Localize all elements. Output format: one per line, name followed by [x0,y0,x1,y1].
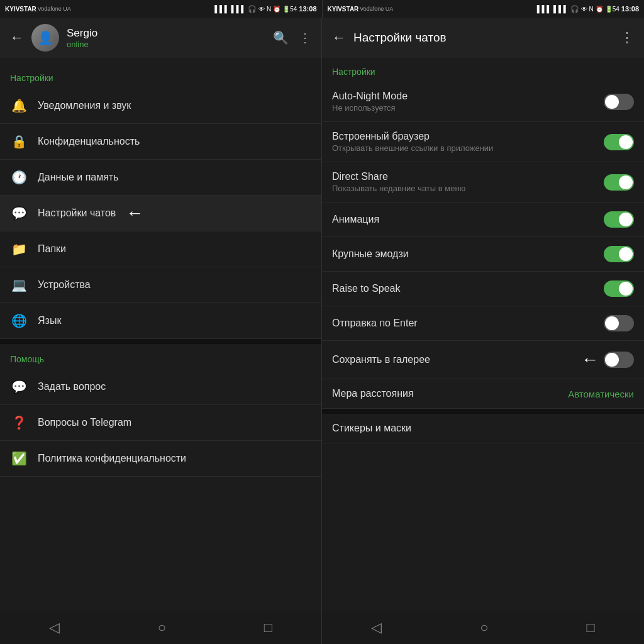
setting-distance: Мера расстояния Автоматически [322,379,644,409]
nav-back-right[interactable]: ◁ [371,619,382,636]
toggle-direct-share[interactable] [604,174,634,191]
back-button-right[interactable]: ← [332,30,346,46]
time-right: 13:08 [621,5,639,13]
toggle-knob-raise-to-speak [619,282,633,296]
nav-home-left[interactable]: ○ [158,619,166,636]
setting-save-gallery: Сохранять в галерее ← [322,341,644,379]
setting-text-send-enter: Отправка по Enter [332,318,599,329]
avatar-image: 👤 [31,24,59,52]
setting-text-large-emoji: Крупные эмодзи [332,248,599,260]
main-content: ← 👤 Sergio online 🔍 ⋮ Настройки 🔔 Уведом… [0,18,644,644]
menu-item-ask[interactable]: 💬 Задать вопрос [0,369,321,405]
back-button-left[interactable]: ← [10,30,24,46]
carrier-name-right: KYIVSTAR [328,6,359,13]
menu-item-language[interactable]: 🌐 Язык [0,303,321,339]
setting-value-distance[interactable]: Автоматически [568,389,634,399]
setting-stickers[interactable]: Стикеры и маски [322,414,644,443]
more-icon-left[interactable]: ⋮ [299,30,311,45]
headphone-icon: 🎧 [248,5,257,13]
nav-recent-left[interactable]: □ [264,619,272,636]
setting-subtitle-browser: Открывать внешние ссылки в приложении [332,143,599,153]
lock-icon: 🔒 [10,133,28,150]
toggle-send-enter[interactable] [604,315,634,331]
setting-animation: Анимация [322,203,644,237]
header-icons: 🔍 ⋮ [273,30,311,45]
alarm-icon-r: ⏰ [596,6,603,13]
menu-item-devices[interactable]: 💻 Устройства [0,267,321,303]
setting-text-animation: Анимация [332,214,599,225]
toggle-large-emoji[interactable] [604,246,634,262]
toggle-knob-browser [619,135,633,149]
shield-icon: ✅ [10,450,28,467]
menu-item-faq[interactable]: ❓ Вопросы о Telegram [0,405,321,441]
setting-title-send-enter: Отправка по Enter [332,318,599,329]
toggle-knob-auto-night [605,95,619,109]
menu-label-policy: Политика конфиденциальности [38,453,186,464]
carrier-sub-left: Vodafone UA [38,6,71,12]
folder-icon: 📁 [10,240,28,258]
section-divider-right [322,409,644,414]
toggle-save-gallery[interactable] [604,352,634,368]
headphone-icon-r: 🎧 [570,5,579,13]
more-icon-right[interactable]: ⋮ [620,30,634,46]
toggle-auto-night[interactable] [604,94,634,110]
setting-text-browser: Встроенный браузер Открывать внешние ссы… [332,131,599,153]
setting-title-raise-to-speak: Raise to Speak [332,283,599,294]
toggle-animation[interactable] [604,211,634,228]
setting-text-auto-night: Auto-Night Mode Не используется [332,91,599,113]
section-label-help: Помощь [0,344,321,369]
eye-icon-r: 👁 [581,6,587,13]
setting-title-large-emoji: Крупные эмодзи [332,248,599,260]
menu-label-ask: Задать вопрос [38,381,106,392]
search-icon[interactable]: 🔍 [273,30,289,45]
menu-item-data[interactable]: 🕐 Данные и память [0,160,321,196]
menu-label-devices: Устройства [38,279,91,291]
menu-label-chat-settings: Настройки чатов [38,208,116,219]
setting-send-enter: Отправка по Enter [322,306,644,341]
nav-home-right[interactable]: ○ [480,619,488,636]
menu-item-folders[interactable]: 📁 Папки [0,231,321,267]
nav-back-left[interactable]: ◁ [49,619,60,636]
toggle-knob-large-emoji [619,247,633,261]
left-panel: ← 👤 Sergio online 🔍 ⋮ Настройки 🔔 Уведом… [0,18,322,644]
eye-icon: 👁 [258,6,265,13]
carrier-sub-right: Vodafone UA [360,6,393,12]
signal-icon-left: ▌▌▌ [214,5,229,13]
speech-icon: 💬 [10,378,28,396]
right-section-settings: Настройки [322,58,644,82]
arrow-left-indicator [126,206,148,220]
user-info: Sergio online [67,27,265,49]
menu-item-policy[interactable]: ✅ Политика конфиденциальности [0,441,321,477]
menu-label-privacy: Конфиденциальность [38,136,140,147]
battery-icon-left: 🔋54 [282,6,297,13]
time-left: 13:08 [299,5,316,13]
signal2-icon-right: ▌▌▌ [553,5,568,13]
left-header: ← 👤 Sergio online 🔍 ⋮ [0,18,321,58]
menu-label-faq: Вопросы о Telegram [38,417,131,428]
menu-item-chat-settings[interactable]: 💬 Настройки чатов [0,196,321,231]
setting-direct-share: Direct Share Показывать недавние чаты в … [322,162,644,203]
clock-icon: 🕐 [10,169,28,186]
status-bar: KYIVSTAR Vodafone UA ▌▌▌ ▌▌▌ 🎧 👁 N ⏰ 🔋54… [0,0,644,18]
menu-item-notifications[interactable]: 🔔 Уведомления и звук [0,88,321,124]
menu-label-data: Данные и память [38,172,119,183]
setting-text-save-gallery: Сохранять в галерее [332,354,571,365]
chat-icon: 💬 [10,204,28,222]
nav-recent-right[interactable]: □ [587,619,595,636]
toggle-browser[interactable] [604,134,634,150]
setting-title-browser: Встроенный браузер [332,131,599,142]
menu-label-notifications: Уведомления и звук [38,100,131,111]
nfc-icon-r: N [589,6,594,13]
right-scroll: Настройки Auto-Night Mode Не используетс… [322,58,644,611]
signal2-icon-left: ▌▌▌ [231,5,246,13]
alarm-icon: ⏰ [273,6,280,13]
toggle-raise-to-speak[interactable] [604,280,634,297]
user-name: Sergio [67,27,265,40]
section-label-settings: Настройки [0,63,321,88]
menu-label-folders: Папки [38,243,66,255]
menu-item-privacy[interactable]: 🔒 Конфиденциальность [0,124,321,160]
setting-title-animation: Анимация [332,214,599,225]
question-icon: ❓ [10,414,28,431]
nfc-icon: N [267,6,271,13]
toggle-knob-send-enter [605,316,619,330]
